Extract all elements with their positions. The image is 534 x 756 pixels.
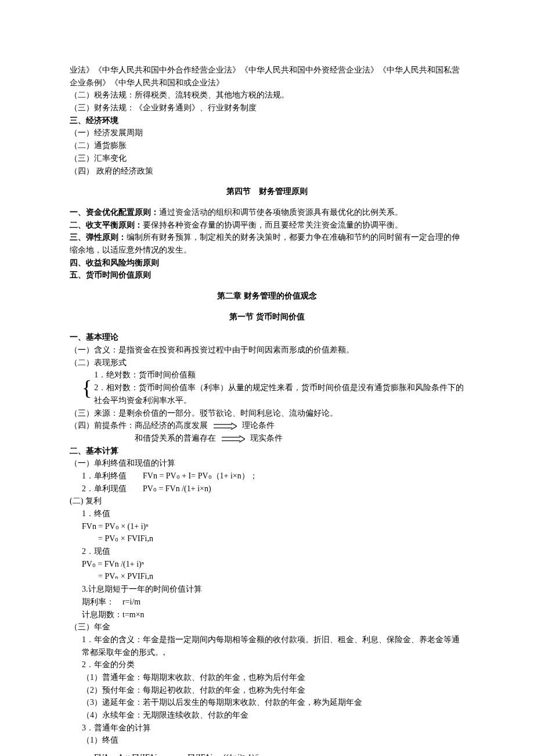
section-4-title: 第四节 财务管理原则: [70, 185, 464, 198]
list-item: （2）预付年金：每期起初收款、付款的年金，也称为先付年金: [70, 684, 464, 697]
paragraph: （三）年金: [70, 621, 464, 633]
precondition-result: 现实条件: [250, 434, 283, 442]
brace-content: 1．绝对数：货币时间价值额 2．相对数：货币时间价值率（利率）从量的规定性来看，…: [94, 369, 464, 406]
principle-1: 一、资金优化配置原则：通过资金活动的组织和调节使各项物质资源具有最优化的比例关系…: [70, 206, 464, 219]
principle-label: 三、弹性原则：: [70, 233, 127, 242]
precondition-text: （四）前提条件：商品经济的高度发展: [70, 421, 208, 430]
document-body: 业法》《中华人民共和国中外合作经营企业法》《中华人民共和国中外资经营企业法》《中…: [70, 64, 464, 756]
list-item: （三）汇率变化: [70, 152, 464, 165]
paragraph: (二) 复利: [70, 495, 464, 507]
formula: PV₀ = FVn /(1+ i)ⁿ: [70, 558, 464, 571]
heading-basic-calc: 二、基本计算: [70, 445, 464, 458]
list-item: 2．现值: [70, 545, 464, 558]
list-item: （四） 政府的经济政策: [70, 165, 464, 178]
list-item: （二）通货膨胀: [70, 139, 464, 152]
precondition-result: 理论条件: [242, 421, 275, 430]
list-item: （1）普通年金：每期期末收款、付款的年金，也称为后付年金: [70, 671, 464, 684]
arrow-right-icon: [214, 423, 237, 430]
principle-text: 通过资金活动的组织和调节使各项物质资源具有最优化的比例关系。: [159, 208, 403, 217]
paragraph: 业法》《中华人民共和国中外合作经营企业法》《中华人民共和国中外资经营企业法》《中…: [70, 64, 464, 89]
list-item: 1．绝对数：货币时间价值额: [94, 369, 464, 381]
paragraph: （一）含义：是指资金在投资和再投资过程中由于时间因素而形成的价值差额。: [70, 344, 464, 357]
paragraph: （二）表现形式: [70, 357, 464, 369]
precondition-2: 和借贷关系的普遍存在 现实条件: [70, 432, 464, 445]
list-item: 1．终值: [70, 507, 464, 520]
list-item: （4）永续年金：无期限连续收款、付款的年金: [70, 709, 464, 722]
arrow-right-icon: [222, 435, 245, 442]
formula: 1．单利终值 FVn = PV₀ + I= PV₀（1+ i×n）；: [70, 470, 464, 483]
formula: 计息期数：t=m×n: [70, 609, 464, 621]
principle-text: 要保持各种资金存量的协调平衡，而且要经常关注资金流量的协调平衡。: [143, 221, 403, 229]
precondition-1: （四）前提条件：商品经济的高度发展 理论条件: [70, 419, 464, 432]
paragraph: 1．年金的含义：年金是指一定期间内每期相等金额的收付款项。折旧、租金、利息、保险…: [70, 633, 464, 658]
list-item: 3．普通年金的计算: [70, 722, 464, 735]
principle-3: 三、弹性原则：编制所有财务预算，制定相关的财务决策时，都要力争在准确和节约的同时…: [70, 231, 464, 256]
heading-basic-theory: 一、基本理论: [70, 331, 464, 344]
formula: 期利率： r=i/m: [70, 596, 464, 609]
list-item: 2．相对数：货币时间价值率（利率）从量的规定性来看，货币时间价值是没有通货膨胀和…: [94, 381, 464, 406]
list-item: （一）经济发展周期: [70, 127, 464, 139]
precondition-text: 和借贷关系的普遍存在: [135, 434, 216, 442]
paragraph: （一）单利终值和现值的计算: [70, 457, 464, 470]
paragraph: （三）来源：是剩余价值的一部分。驳节欲论、时间利息论、流动偏好论。: [70, 407, 464, 420]
principle-5: 五、货币时间价值原则: [70, 269, 464, 282]
paragraph: （三）财务法规：《企业财务通则》、行业财务制度: [70, 102, 464, 114]
formula: 2．单利现值 PV₀ = FVn /(1+ i×n): [70, 483, 464, 495]
formula: FVAn=A × FVIFAi,n FVIFAi,n=((1+i)ⁿ-1)/i: [70, 751, 464, 756]
list-item: 2．年金的分类: [70, 658, 464, 671]
principle-4: 四、收益和风险均衡原则: [70, 257, 464, 269]
principle-text: 编制所有财务预算，制定相关的财务决策时，都要力争在准确和节约的同时留有一定合理的…: [70, 233, 460, 254]
list-item: （3）递延年金：若干期以后发生的每期期末收款、付款的年金，称为延期年金: [70, 696, 464, 709]
heading-econ-env: 三、经济环境: [70, 114, 464, 127]
left-brace-icon: {: [82, 369, 94, 406]
paragraph: （二）税务法规：所得税类、流转税类、其他地方税的法规。: [70, 89, 464, 102]
principle-label: 一、资金优化配置原则：: [70, 208, 159, 217]
list-item: （1）终值: [70, 734, 464, 747]
principle-2: 二、收支平衡原则：要保持各种资金存量的协调平衡，而且要经常关注资金流量的协调平衡…: [70, 219, 464, 232]
formula: = PVₙ × PVIFi,n: [70, 570, 464, 583]
formula: FVn = PV₀ × (1+ i)ⁿ: [70, 520, 464, 533]
list-item: 3.计息期短于一年的时间价值计算: [70, 583, 464, 596]
brace-group: { 1．绝对数：货币时间价值额 2．相对数：货币时间价值率（利率）从量的规定性来…: [70, 369, 464, 406]
section-1-title: 第一节 货币时间价值: [70, 311, 464, 323]
chapter-2-title: 第二章 财务管理的价值观念: [70, 290, 464, 303]
formula: = PV₀ × FVIFi,n: [70, 532, 464, 545]
principle-label: 二、收支平衡原则：: [70, 221, 143, 229]
